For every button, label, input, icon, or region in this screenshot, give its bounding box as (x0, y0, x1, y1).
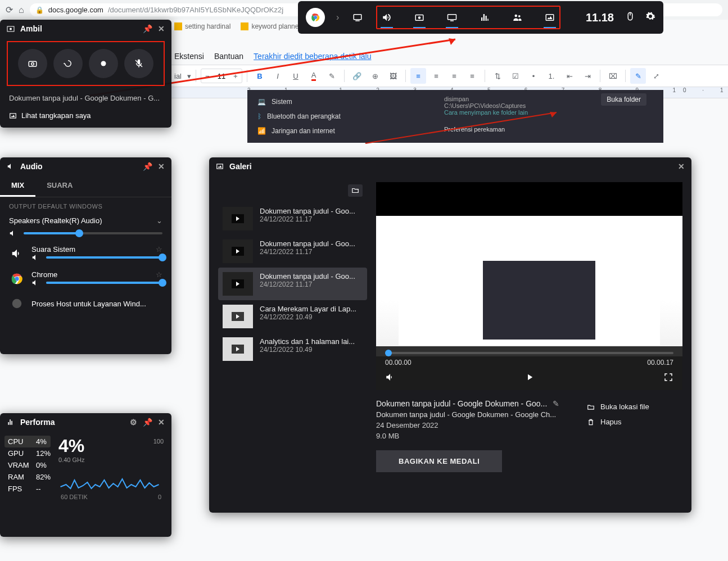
app-icon (9, 271, 25, 287)
pin-icon[interactable]: 📌 (143, 162, 152, 171)
gamebar-clock: 11.18 (586, 11, 614, 24)
mic-off-button[interactable] (124, 49, 153, 78)
gallery-item[interactable]: Dokumen tanpa judul - Goo...24/12/2022 1… (218, 235, 367, 268)
master-volume-slider[interactable] (24, 232, 162, 234)
view-captures-link[interactable]: Lihat tangkapan saya (0, 107, 171, 128)
app-volume-slider[interactable] (46, 282, 162, 284)
settings-icon[interactable] (645, 11, 655, 24)
perf-stat-row[interactable]: RAM82% (8, 471, 51, 483)
perf-stat-row[interactable]: VRAM0% (8, 459, 51, 471)
highlight-button[interactable]: ✎ (324, 68, 340, 84)
display-widget-icon[interactable] (445, 9, 459, 26)
star-icon[interactable]: ☆ (156, 245, 162, 254)
svg-rect-2 (356, 20, 360, 21)
gallery-widget-icon[interactable] (542, 9, 557, 26)
chevron-right-icon[interactable]: › (336, 12, 339, 22)
capture-widget-icon[interactable] (412, 9, 427, 26)
editing-mode-button[interactable]: ✎ (630, 68, 646, 84)
speaker-icon (7, 162, 15, 170)
mouse-icon[interactable] (625, 11, 635, 24)
gallery-item[interactable]: Analytics dan 1 halaman lai...24/12/2022… (218, 333, 367, 365)
audio-app-row: Suara Sistem☆ (0, 241, 171, 266)
last-edit-link[interactable]: Terakhir diedit beberapa detik lalu (254, 52, 371, 61)
volume-icon[interactable] (31, 279, 39, 287)
video-fullscreen-button[interactable] (663, 372, 673, 384)
app-volume-slider[interactable] (46, 256, 162, 259)
close-icon[interactable]: ✕ (158, 162, 165, 171)
share-button[interactable]: BAGIKAN KE MEDALI (376, 450, 502, 472)
bookmark-item[interactable]: keyword planner (241, 22, 301, 30)
volume-icon[interactable] (9, 229, 17, 237)
widgets-icon[interactable] (350, 9, 365, 26)
menu-bantuan[interactable]: Bantuan (214, 52, 243, 61)
perf-stat-row[interactable]: FPS-- (8, 483, 51, 495)
close-icon[interactable]: ✕ (678, 162, 685, 171)
chart-max-label: 100 (153, 438, 164, 445)
star-icon[interactable]: ☆ (156, 270, 162, 279)
chrome-app-icon[interactable] (306, 8, 325, 27)
pin-icon[interactable]: 📌 (143, 418, 152, 427)
gallery-item[interactable]: Dokumen tanpa judul - Goo...24/12/2022 1… (218, 202, 367, 235)
svg-point-8 (518, 15, 521, 17)
screenshot-button[interactable] (18, 49, 47, 78)
numbered-list-button[interactable]: 1. (544, 68, 559, 84)
reload-icon[interactable]: ⟳ (6, 4, 13, 15)
checklist-button[interactable]: ☑ (508, 68, 523, 84)
bullet-list-button[interactable]: • (526, 68, 541, 84)
social-widget-icon[interactable] (510, 9, 524, 26)
font-size-control[interactable]: − 11 + (201, 69, 242, 83)
bookmark-item[interactable]: setting hardinal (174, 22, 230, 30)
chart-x1: 0 (158, 494, 161, 500)
svg-point-4 (418, 16, 421, 19)
video-play-button[interactable] (524, 372, 535, 384)
line-spacing-button[interactable]: ⇅ (490, 68, 505, 84)
gallery-item[interactable]: Cara Merekam Layar di Lap...24/12/2022 1… (218, 300, 367, 333)
play-icon (232, 247, 244, 256)
italic-button[interactable]: I (270, 68, 286, 84)
perf-big-value: 4% (58, 436, 164, 456)
gallery-item[interactable]: Dokumen tanpa judul - Goo...24/12/2022 1… (218, 268, 367, 300)
open-folder-button[interactable] (348, 184, 363, 197)
bold-button[interactable]: B (252, 68, 268, 84)
align-justify-button[interactable]: ≡ (464, 68, 480, 84)
output-device-dropdown[interactable]: Speakers (Realtek(R) Audio) ⌄ (9, 216, 162, 225)
volume-icon[interactable] (31, 254, 39, 261)
outdent-button[interactable]: ⇤ (562, 68, 577, 84)
perf-stat-row[interactable]: GPU12% (8, 447, 51, 459)
open-file-location-button[interactable]: Buka lokasi file (587, 399, 682, 414)
home-icon[interactable]: ⌂ (19, 5, 24, 15)
indent-button[interactable]: ⇥ (580, 68, 595, 84)
thumbnail (223, 239, 253, 263)
video-seek-slider[interactable] (385, 352, 673, 354)
perf-stat-row[interactable]: CPU4% (4, 436, 51, 447)
comment-button[interactable]: ⊕ (367, 68, 383, 84)
audio-widget-icon[interactable] (379, 9, 394, 26)
increase-font-button[interactable]: + (229, 69, 242, 83)
decrease-font-button[interactable]: − (201, 69, 214, 83)
image-button[interactable]: 🖼 (385, 68, 401, 84)
edit-icon[interactable]: ✎ (553, 399, 559, 408)
perf-sparkline (58, 463, 164, 491)
link-button[interactable]: 🔗 (349, 68, 365, 84)
record-last-button[interactable] (53, 49, 83, 78)
hide-menus-button[interactable]: ⤢ (648, 68, 664, 84)
menu-ekstensi[interactable]: Ekstensi (174, 52, 204, 61)
text-color-button[interactable]: A (306, 68, 322, 84)
options-icon[interactable]: ⚙ (130, 418, 137, 427)
record-button[interactable] (89, 49, 118, 78)
performance-widget-icon[interactable] (477, 9, 492, 26)
pin-icon[interactable]: 📌 (143, 24, 152, 33)
tab-mix[interactable]: MIX (0, 175, 35, 197)
open-folder-button[interactable]: Buka folder (601, 93, 646, 106)
tab-suara[interactable]: SUARA (35, 175, 84, 197)
align-right-button[interactable]: ≡ (446, 68, 462, 84)
close-icon[interactable]: ✕ (158, 418, 165, 427)
clear-format-button[interactable]: ⌧ (605, 68, 621, 84)
close-icon[interactable]: ✕ (158, 24, 165, 33)
underline-button[interactable]: U (288, 68, 304, 84)
video-volume-button[interactable] (385, 372, 395, 384)
align-left-button[interactable]: ≡ (410, 68, 426, 84)
delete-button[interactable]: Hapus (587, 414, 682, 429)
align-center-button[interactable]: ≡ (428, 68, 444, 84)
video-time-total: 00.00.17 (647, 359, 673, 367)
